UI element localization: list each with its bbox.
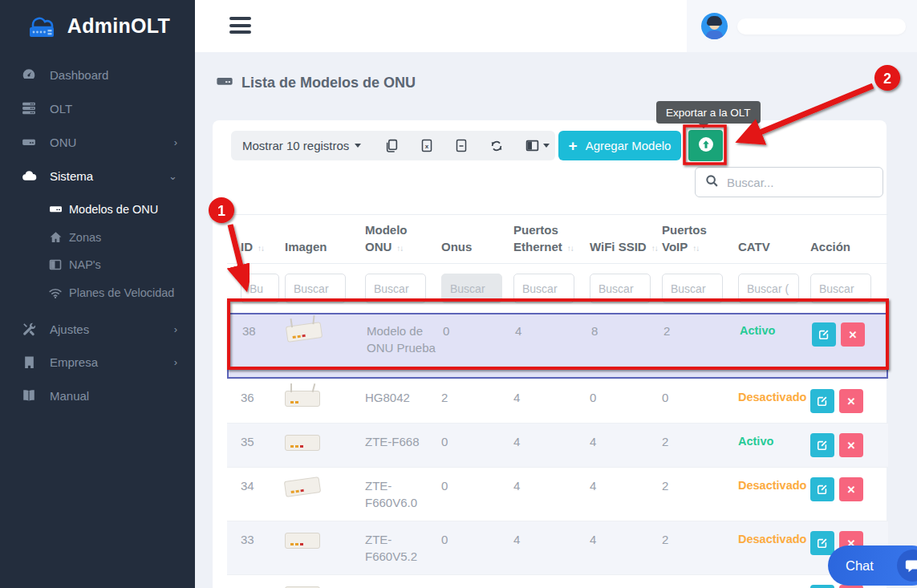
table-toolbar: Mostrar 10 registros x xyxy=(231,131,555,160)
menu-toggle-icon[interactable] xyxy=(229,17,251,38)
edit-button[interactable] xyxy=(810,477,834,501)
cell-wifi: 0 xyxy=(590,389,662,413)
cell-voip: 2 xyxy=(662,433,738,457)
filter-input-imagen[interactable] xyxy=(285,274,346,303)
user-zone xyxy=(687,0,917,52)
filter-input-catv[interactable] xyxy=(738,274,799,303)
cell-id: 36 xyxy=(241,389,285,413)
cell-wifi: 4 xyxy=(590,433,662,457)
edit-button[interactable] xyxy=(810,433,834,457)
export-to-olt-button[interactable] xyxy=(688,130,723,161)
status-badge: Desactivado xyxy=(738,389,810,413)
sidebar-item-empresa[interactable]: Empresa › xyxy=(0,346,195,379)
edit-button[interactable] xyxy=(810,389,834,413)
plus-icon: + xyxy=(569,138,578,153)
delete-button[interactable]: ✕ xyxy=(841,322,865,347)
sidebar-item-naps[interactable]: NAP's xyxy=(0,251,195,278)
cell-modelo: HG8042 xyxy=(365,389,441,413)
table-row[interactable]: 36 HG8042 2 4 0 0 Desactivado ✕ xyxy=(227,379,888,423)
cell-ethernet: 4 xyxy=(515,322,591,356)
sistema-submenu: Modelos de ONU Zonas NAP's Planes de Vel… xyxy=(0,193,195,312)
cell-id: 34 xyxy=(241,477,285,511)
refresh-icon[interactable] xyxy=(489,139,504,153)
avatar[interactable] xyxy=(701,13,728,39)
sidebar-item-ajustes[interactable]: Ajustes › xyxy=(0,312,195,346)
building-icon xyxy=(21,355,37,369)
olt-server-icon xyxy=(21,101,37,116)
file-icon[interactable] xyxy=(455,139,468,152)
status-badge: Desactivado xyxy=(738,531,810,565)
home-icon xyxy=(48,230,63,244)
filter-input-wifi[interactable] xyxy=(590,274,651,303)
copy-icon[interactable] xyxy=(385,139,399,152)
table-row[interactable]: 38 Modelo de ONU Prueba 0 4 8 2 Activo ✕ xyxy=(227,313,888,379)
cell-modelo: ZTE-F660V5.2 xyxy=(365,531,441,565)
cell-actions: ✕ xyxy=(810,433,888,457)
col-header-puertos-voip[interactable]: Puertos VoIP↑↓ xyxy=(662,221,738,255)
cell-actions: ✕ xyxy=(810,477,888,511)
sidebar-menu: Dashboard OLT ONU › Sistema ⌄ xyxy=(0,51,195,412)
tools-icon xyxy=(21,322,37,336)
sidebar-item-zonas[interactable]: Zonas xyxy=(0,223,195,251)
table-row[interactable]: 33 ZTE-F660V5.2 0 4 4 2 Desactivado ✕ xyxy=(227,521,888,574)
col-header-puertos-ethernet[interactable]: Puertos Ethernet↑↓ xyxy=(513,221,590,255)
add-model-button[interactable]: + Agregar Modelo xyxy=(558,131,681,160)
filter-input-onus[interactable] xyxy=(441,274,502,303)
filter-input-id[interactable] xyxy=(241,274,279,303)
delete-button[interactable]: ✕ xyxy=(839,389,863,413)
edit-button[interactable] xyxy=(810,531,834,555)
delete-button[interactable]: ✕ xyxy=(839,433,863,457)
sidebar-item-planes-de-velocidad[interactable]: Planes de Velocidad xyxy=(0,278,195,307)
filter-input-voip[interactable] xyxy=(662,274,723,303)
onu-device-icon xyxy=(216,72,233,94)
sidebar-item-olt[interactable]: OLT xyxy=(0,91,195,125)
sidebar-item-modelos-de-onu[interactable]: Modelos de ONU xyxy=(0,195,195,223)
edit-button[interactable] xyxy=(812,322,836,347)
sidebar-item-label: Zonas xyxy=(69,231,101,244)
status-badge: Desactivado xyxy=(738,477,810,511)
sort-icon: ↑↓ xyxy=(651,244,658,253)
filter-input-ethernet[interactable] xyxy=(513,274,574,303)
sort-icon: ↑↓ xyxy=(396,244,403,253)
onu-models-table: ID↑↓ Imagen Modelo ONU↑↓ Onus Puertos Et… xyxy=(227,214,888,588)
upload-circle-icon xyxy=(697,136,715,156)
table-row[interactable]: 32 ZTE-F660V5.0 0 4 4 2 Desactivado ✕ xyxy=(227,574,888,588)
table-row[interactable]: 35 ZTE-F668 0 4 4 2 Activo ✕ xyxy=(227,423,888,467)
sidebar: AdminOLT Dashboard OLT ONU › Sist xyxy=(0,0,195,588)
delete-button[interactable]: ✕ xyxy=(839,477,863,501)
book-icon xyxy=(21,388,37,403)
col-header-catv: CATV xyxy=(738,238,810,255)
col-header-modelo-onu[interactable]: Modelo ONU↑↓ xyxy=(365,221,441,255)
cell-wifi: 8 xyxy=(591,322,663,356)
global-search xyxy=(695,167,883,197)
cell-actions: ✕ xyxy=(810,389,888,413)
cell-voip: 2 xyxy=(662,531,738,565)
columns-icon xyxy=(48,258,63,271)
sidebar-item-manual[interactable]: Manual xyxy=(0,379,195,412)
cell-voip: 2 xyxy=(662,477,738,511)
username-redacted xyxy=(737,18,906,34)
edit-button[interactable] xyxy=(810,585,834,588)
export-tooltip-text: Exportar a la OLT xyxy=(666,107,751,119)
excel-icon[interactable]: x xyxy=(420,139,433,152)
sidebar-item-label: Ajustes xyxy=(50,322,89,336)
col-header-id[interactable]: ID↑↓ xyxy=(241,238,285,255)
filter-input-modelo[interactable] xyxy=(365,274,426,303)
show-records-dropdown[interactable]: Mostrar 10 registros xyxy=(242,139,361,152)
columns-toggle-icon[interactable] xyxy=(525,139,550,152)
cell-ethernet: 4 xyxy=(513,433,590,457)
sidebar-item-onu[interactable]: ONU › xyxy=(0,125,195,159)
onu-image xyxy=(285,391,320,407)
brand[interactable]: AdminOLT xyxy=(0,0,195,51)
chevron-right-icon: › xyxy=(174,136,177,148)
chevron-down-icon: ⌄ xyxy=(168,170,177,182)
sidebar-item-dashboard[interactable]: Dashboard xyxy=(0,58,195,91)
search-input[interactable] xyxy=(727,176,887,189)
cell-voip: 2 xyxy=(662,585,738,588)
table-row[interactable]: 34 ZTE-F660V6.0 0 4 4 2 Desactivado ✕ xyxy=(227,467,888,521)
col-header-wifi-ssid[interactable]: WiFi SSID↑↓ xyxy=(590,238,662,255)
sidebar-item-sistema[interactable]: Sistema ⌄ xyxy=(0,159,195,193)
page-title-text: Lista de Modelos de ONU xyxy=(241,75,416,91)
chat-launcher[interactable]: Chat xyxy=(828,545,917,586)
filter-input-accion[interactable] xyxy=(810,274,871,303)
